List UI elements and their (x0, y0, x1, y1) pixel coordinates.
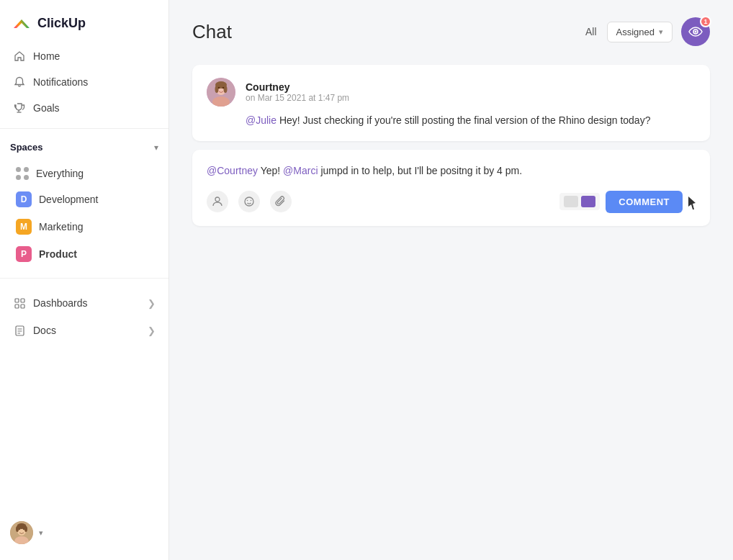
marketing-icon: M (16, 219, 32, 235)
development-label: Development (39, 194, 99, 205)
header-controls: All Assigned ▾ 1 (584, 17, 710, 46)
sidebar-item-dashboards[interactable]: Dashboards ❯ (6, 290, 163, 316)
emoji-icon (243, 196, 255, 207)
reply-right-controls: COMMENT (559, 191, 696, 213)
format-icon-2[interactable] (581, 196, 595, 207)
user-menu-chevron-icon[interactable]: ▾ (39, 528, 43, 538)
page-title: Chat (192, 21, 232, 43)
svg-point-14 (695, 31, 697, 33)
paperclip-icon (275, 196, 287, 207)
eye-icon (688, 27, 703, 37)
svg-point-26 (251, 200, 252, 202)
person-icon-button[interactable] (207, 191, 228, 212)
svg-point-22 (222, 87, 225, 89)
logo-area[interactable]: ClickUp (0, 0, 168, 43)
svg-point-20 (224, 86, 228, 93)
notification-badge: 1 (700, 16, 711, 27)
bottom-nav: Dashboards ❯ Docs ❯ (0, 286, 168, 348)
sidebar-item-development[interactable]: D Development (9, 186, 160, 213)
sidebar-item-marketing[interactable]: M Marketing (9, 213, 160, 240)
docs-chevron-icon: ❯ (148, 325, 156, 336)
svg-point-19 (215, 86, 219, 93)
message-author-1: Courtney (246, 81, 349, 93)
courtney-avatar (207, 78, 235, 107)
reply-text-2: jumpd in to help, but I'll be positng it… (318, 165, 523, 176)
cursor-indicator (688, 197, 696, 208)
svg-rect-0 (15, 299, 19, 302)
everything-dots-icon (16, 167, 29, 180)
sidebar-item-everything[interactable]: Everything (9, 161, 160, 186)
message-text-1: Hey! Just checking if you're still posti… (276, 114, 650, 126)
reply-card: @Courtney Yep! @Marci jumpd in to help, … (192, 150, 710, 225)
dashboards-chevron-icon: ❯ (148, 298, 156, 309)
svg-point-25 (247, 200, 248, 202)
sidebar-divider-2 (0, 278, 168, 279)
everything-label: Everything (36, 168, 84, 179)
trophy-icon (13, 101, 26, 114)
svg-point-12 (24, 526, 27, 532)
notification-eye-button[interactable]: 1 (681, 17, 710, 46)
product-icon: P (16, 246, 32, 262)
sidebar-item-product[interactable]: P Product (9, 240, 160, 268)
reply-icon-group (207, 191, 292, 212)
sidebar-divider-1 (0, 128, 168, 129)
svg-point-24 (245, 197, 253, 206)
bell-icon (13, 76, 26, 89)
format-icon-group (559, 193, 600, 210)
clickup-logo-icon (12, 13, 32, 33)
home-label: Home (33, 50, 60, 62)
user-avatar-area: ▾ (0, 514, 168, 551)
main-content: Chat All Assigned ▾ 1 (169, 0, 733, 560)
svg-point-23 (215, 197, 220, 202)
chat-messages-area: Courtney on Mar 15 2021 at 1:47 pm @Juli… (169, 58, 733, 560)
mention-courtney: @Courtney (207, 165, 258, 176)
docs-label: Docs (33, 325, 56, 336)
svg-point-11 (16, 526, 19, 532)
reply-text-1: Yep! (258, 165, 283, 176)
person-icon (212, 196, 223, 207)
product-label: Product (39, 248, 77, 260)
development-icon: D (16, 191, 32, 207)
message-card-1: Courtney on Mar 15 2021 at 1:47 pm @Juli… (192, 65, 710, 141)
all-filter-button[interactable]: All (584, 23, 598, 40)
assigned-label: Assigned (616, 27, 655, 37)
spaces-section-header[interactable]: Spaces ▾ (0, 136, 168, 158)
mention-marci: @Marci (283, 165, 318, 176)
dashboards-label: Dashboards (33, 297, 88, 309)
reply-body: @Courtney Yep! @Marci jumpd in to help, … (207, 163, 696, 179)
message-body-1: @Julie Hey! Just checking if you're stil… (207, 112, 696, 128)
message-header-1: Courtney on Mar 15 2021 at 1:47 pm (207, 78, 696, 107)
notifications-label: Notifications (33, 76, 88, 88)
dashboards-icon (13, 297, 26, 310)
svg-rect-2 (21, 299, 24, 302)
format-icon-1[interactable] (564, 196, 578, 207)
sidebar-nav: Home Notifications Goals (0, 43, 168, 121)
reply-actions-bar: COMMENT (207, 191, 696, 213)
sidebar: ClickUp Home Notifications Goals Spaces … (0, 0, 169, 560)
spaces-label: Spaces (10, 142, 43, 153)
chevron-down-icon: ▾ (154, 143, 158, 153)
sidebar-item-notifications[interactable]: Notifications (6, 69, 163, 95)
sidebar-item-goals[interactable]: Goals (6, 95, 163, 121)
comment-button[interactable]: COMMENT (606, 191, 683, 213)
svg-rect-1 (15, 304, 19, 308)
home-icon (13, 50, 26, 63)
attachment-icon-button[interactable] (270, 191, 292, 212)
svg-point-21 (218, 87, 220, 89)
mention-julie: @Julie (246, 114, 276, 126)
emoji-icon-button[interactable] (238, 191, 260, 212)
sidebar-item-home[interactable]: Home (6, 43, 163, 69)
goals-label: Goals (33, 102, 60, 114)
sidebar-item-docs[interactable]: Docs ❯ (6, 317, 163, 343)
message-time-1: on Mar 15 2021 at 1:47 pm (246, 93, 349, 103)
chat-header: Chat All Assigned ▾ 1 (169, 0, 733, 58)
spaces-list: Everything D Development M Marketing P P… (0, 158, 168, 271)
svg-rect-3 (21, 304, 24, 308)
app-name: ClickUp (37, 16, 86, 31)
docs-icon (13, 324, 26, 337)
marketing-label: Marketing (39, 221, 83, 232)
user-avatar[interactable] (10, 521, 33, 544)
assigned-filter-button[interactable]: Assigned ▾ (607, 22, 673, 42)
assigned-chevron-icon: ▾ (659, 27, 663, 37)
